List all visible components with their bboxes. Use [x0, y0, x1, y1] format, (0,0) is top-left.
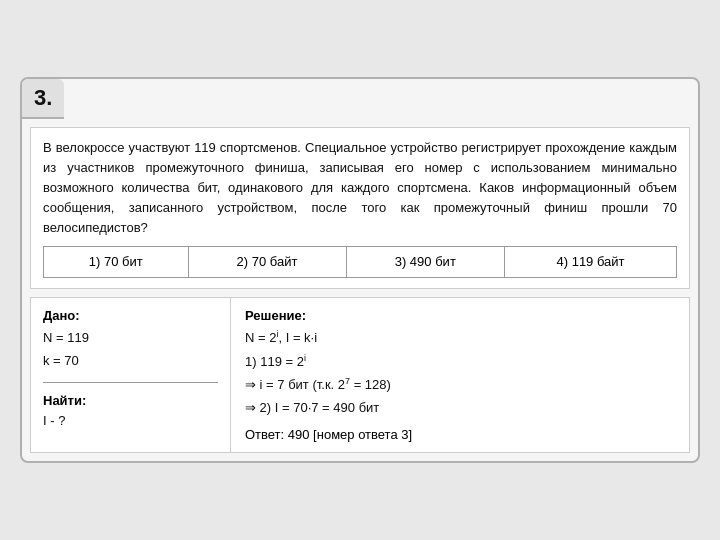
question-block: В велокроссе участвуют 119 спортсменов. … — [30, 127, 690, 290]
solution-line-2: 1) 119 = 2i — [245, 351, 675, 374]
answer-line: Ответ: 490 [номер ответа 3] — [245, 427, 675, 442]
answer-4: 4) 119 байт — [505, 247, 677, 278]
solution-line-4: ⇒ 2) I = 70·7 = 490 бит — [245, 397, 675, 420]
answer-3: 3) 490 бит — [346, 247, 505, 278]
given-line-2: k = 70 — [43, 350, 218, 372]
solution-title: Решение: — [245, 308, 675, 323]
solution-block: Дано: N = 119 k = 70 Найти: I - ? Решени… — [30, 297, 690, 453]
solution-column: Решение: N = 2i, I = k·i 1) 119 = 2i ⇒ i… — [231, 298, 689, 452]
given-title: Дано: — [43, 308, 218, 323]
question-text: В велокроссе участвуют 119 спортсменов. … — [43, 138, 677, 239]
given-divider — [43, 382, 218, 383]
solution-line-1: N = 2i, I = k·i — [245, 327, 675, 350]
answers-table: 1) 70 бит 2) 70 байт 3) 490 бит 4) 119 б… — [43, 246, 677, 278]
problem-number: 3. — [34, 85, 52, 110]
find-title: Найти: — [43, 393, 218, 408]
answer-2: 2) 70 байт — [188, 247, 346, 278]
problem-card: 3. В велокроссе участвуют 119 спортсмено… — [20, 77, 700, 464]
given-column: Дано: N = 119 k = 70 Найти: I - ? — [31, 298, 231, 452]
answer-1: 1) 70 бит — [44, 247, 189, 278]
problem-header: 3. — [22, 79, 64, 119]
given-line-1: N = 119 — [43, 327, 218, 349]
find-value: I - ? — [43, 410, 218, 432]
solution-line-3: ⇒ i = 7 бит (т.к. 27 = 128) — [245, 374, 675, 397]
